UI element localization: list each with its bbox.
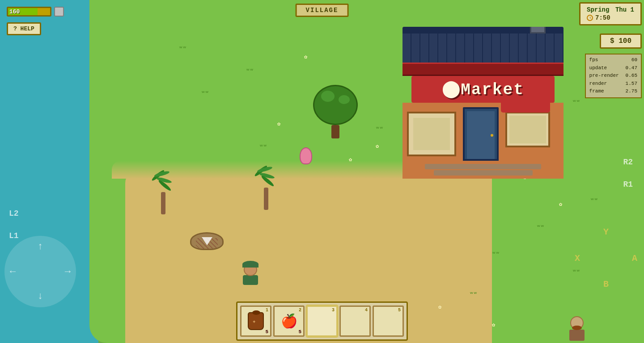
- npc-character-1: [242, 264, 259, 286]
- dpad-right[interactable]: →: [65, 266, 71, 277]
- market-window-left: [407, 112, 456, 156]
- grass-tuft: ʷʷ: [376, 125, 383, 133]
- update-label: update: [589, 64, 607, 72]
- fps-value: 60: [631, 56, 637, 64]
- grass-tuft: ʷʷ: [179, 45, 186, 52]
- market-sign: ⬤Market: [411, 76, 555, 103]
- l2-button[interactable]: L2: [9, 209, 19, 218]
- market-roof: [402, 27, 564, 63]
- clock-icon: [587, 15, 593, 21]
- palm-tree-2: [250, 165, 282, 210]
- dpad: ↑ ↓ ← →: [4, 236, 76, 307]
- slot-1-number: 1: [266, 308, 268, 313]
- market-window-right: [505, 112, 550, 147]
- xp-value: 160: [9, 8, 20, 15]
- grass-tuft: ʷʷ: [572, 98, 580, 106]
- dpad-down[interactable]: ↓: [37, 291, 43, 302]
- season-display: Spring Thu 1: [587, 6, 634, 13]
- time-display: 7:50: [587, 14, 634, 21]
- market-sign-text: ⬤Market: [442, 79, 524, 99]
- flower: ✿: [438, 304, 441, 310]
- slot-2-count: 5: [298, 329, 301, 335]
- slot-4-number: 4: [365, 308, 368, 313]
- inventory-slot-2[interactable]: 2 🍎 5: [273, 305, 305, 337]
- grass-tuft: ʷʷ: [537, 223, 544, 231]
- help-button[interactable]: ? HELP: [7, 22, 41, 35]
- xp-icon: [54, 7, 64, 17]
- render-label: render: [589, 80, 607, 88]
- grass-tuft: ʷʷ: [246, 67, 254, 75]
- update-value: 0.47: [626, 64, 637, 72]
- frame-value: 2.75: [626, 88, 637, 96]
- b-button[interactable]: B: [603, 279, 609, 289]
- flower: ✿: [349, 156, 352, 163]
- fps-panel: fps 60 update 0.47 pre-render 0.65 rende…: [585, 54, 642, 98]
- fps-row: fps 60: [589, 56, 637, 64]
- market-door[interactable]: [463, 107, 499, 161]
- y-button[interactable]: Y: [603, 227, 609, 237]
- npc-character-2: [568, 316, 586, 343]
- market-building: ⬤Market: [402, 27, 564, 170]
- palm-tree-1: [148, 170, 179, 214]
- slot-5-number: 5: [398, 308, 401, 313]
- r2-button[interactable]: R2: [623, 158, 633, 167]
- fps-label: fps: [589, 56, 598, 64]
- grass-tuft: ʷʷ: [470, 290, 477, 298]
- game-world: ʷʷ ʷʷ ʷʷ ʷʷ ʷʷ ʷʷ ʷʷ ʷʷ ʷʷ ʷʷ ʷʷ ʷʷ ʷʷ ✿…: [0, 0, 644, 343]
- seed-bag-icon: [248, 312, 264, 330]
- dpad-up[interactable]: ↑: [37, 241, 43, 252]
- inventory-slot-4[interactable]: 4: [339, 305, 371, 337]
- ground-nest: [190, 232, 226, 257]
- r1-button[interactable]: R1: [623, 180, 633, 189]
- xp-bar-container: 160: [7, 7, 64, 17]
- grass-tuft: ʷʷ: [590, 197, 598, 204]
- grass-tuft: ʷʷ: [492, 250, 500, 258]
- inventory-slot-5[interactable]: 5: [373, 305, 404, 337]
- slot-3-number: 3: [332, 308, 335, 313]
- inventory-bar: 1 5 2 🍎 5 3 4 5: [236, 301, 408, 341]
- inventory-slot-3[interactable]: 3: [306, 305, 338, 337]
- dpad-left[interactable]: ←: [10, 266, 16, 277]
- location-label: VILLAGE: [296, 4, 349, 17]
- apple-icon: 🍎: [281, 313, 297, 330]
- render-row: render 1.57: [589, 80, 637, 88]
- a-button[interactable]: A: [632, 253, 637, 264]
- inventory-slot-1[interactable]: 1 5: [240, 305, 271, 337]
- slot-2-number: 2: [299, 308, 301, 313]
- render-value: 1.57: [626, 80, 637, 88]
- slot-1-count: 5: [265, 329, 268, 335]
- grass-tuft: ʷʷ: [201, 89, 209, 97]
- face-buttons: Y X A B: [575, 227, 637, 289]
- money-value: $ 100: [610, 37, 631, 45]
- flower: ✿: [559, 201, 562, 208]
- prerender-label: pre-render: [589, 72, 619, 80]
- season-text: Spring: [587, 6, 609, 13]
- frame-label: frame: [589, 88, 604, 96]
- grass-tuft: ʷʷ: [259, 143, 267, 151]
- frame-row: frame 2.75: [589, 88, 637, 96]
- chimney: [530, 27, 546, 33]
- big-tree: [313, 85, 358, 138]
- x-button[interactable]: X: [575, 253, 580, 264]
- datetime-panel: Spring Thu 1 7:50: [579, 2, 642, 25]
- update-row: update 0.47: [589, 64, 637, 72]
- market-steps: [425, 164, 541, 176]
- dpad-circle: ↑ ↓ ← →: [4, 236, 76, 307]
- time-text: 7:50: [595, 14, 610, 21]
- xp-bar-background: 160: [7, 7, 51, 17]
- prerender-row: pre-render 0.65: [589, 72, 637, 80]
- flower: ✿: [277, 121, 280, 127]
- flower: ✿: [304, 54, 307, 60]
- money-panel: $ 100: [600, 33, 642, 49]
- flower: ✿: [376, 143, 379, 150]
- prerender-value: 0.65: [626, 72, 637, 80]
- player-character: [300, 147, 313, 167]
- flower: ✿: [492, 322, 495, 328]
- day-text: Thu 1: [615, 6, 634, 13]
